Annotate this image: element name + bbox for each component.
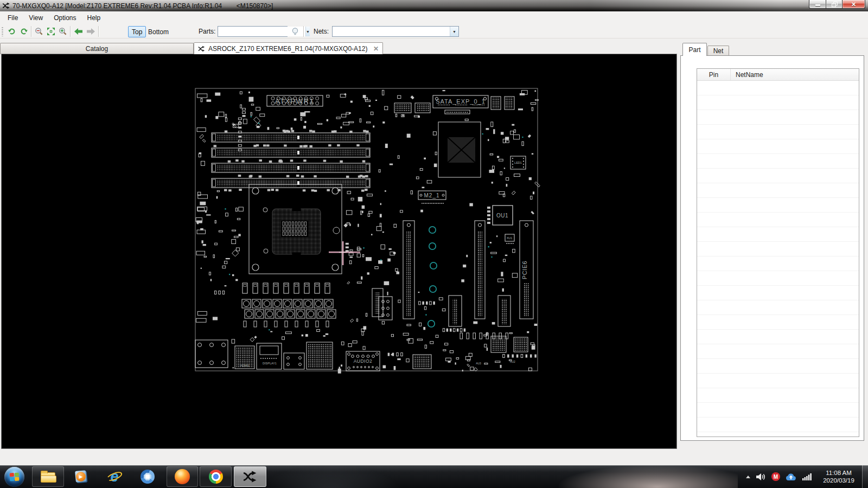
taskbar-chrome-button[interactable] [200,466,232,487]
svg-text:LED1: LED1 [514,161,522,164]
tab-close-icon[interactable]: ✕ [373,46,379,52]
zoom-fit-button[interactable] [46,26,56,37]
view-bottom-button[interactable]: Bottom [145,26,172,37]
rotate-cw-icon [20,27,28,36]
zoom-in-icon [59,27,67,36]
app-window: 70-MXGXQ0-A12 [Model:Z170 EXTREME6 Rev:R… [0,0,868,465]
tab-net[interactable]: Net [707,46,729,56]
tab-document-label: ASROCK_Z170 EXTREME6_R1.04(70-MXGXQ0-A12… [208,45,367,53]
cloud-icon [786,473,797,481]
cloud-sync-button[interactable] [786,473,797,481]
svg-text:ATXPWR1: ATXPWR1 [275,97,314,105]
parts-dropdown-arrow[interactable]: ▼ [305,27,310,36]
menu-file[interactable]: File [2,11,23,24]
table-row [697,198,859,213]
column-header-pin[interactable]: Pin [697,69,731,80]
table-header: Pin NetName [697,69,859,81]
toolbar: Top Bottom Parts: ▼ Nets: ▼ [0,24,868,38]
restore-icon [832,2,837,7]
firefox-icon [175,469,190,484]
parts-combobox: ▼ [218,26,288,37]
toolbar-grip[interactable] [1,27,4,36]
table-row [697,110,859,125]
table-row [697,227,859,242]
table-row [697,139,859,154]
system-tray: M 11:08 AM 2020/03/19 [743,465,868,488]
table-row [697,300,859,315]
nets-input[interactable] [333,27,450,36]
signal-bars-icon [802,473,813,480]
window-controls: ✕ [809,0,865,9]
column-header-netname[interactable]: NetName [731,69,859,80]
restore-button[interactable] [826,0,843,9]
taskbar-boardview-app-button[interactable] [234,466,266,487]
minimize-button[interactable] [809,0,826,9]
nets-dropdown-arrow[interactable]: ▼ [450,27,458,36]
nets-combobox: ▼ [332,26,459,37]
table-row [697,271,859,286]
taskbar-internet-explorer-button[interactable]: e [105,466,124,487]
volume-button[interactable] [756,472,766,481]
taskbar-clock[interactable]: 11:08 AM 2020/03/19 [819,469,859,484]
svg-text:M2_1: M2_1 [424,192,439,198]
svg-text:PCIE6: PCIE6 [521,261,528,279]
zoom-fit-icon [47,27,55,36]
parts-label: Parts: [199,26,215,37]
table-row [697,286,859,300]
back-button[interactable] [73,26,84,37]
explorer-folder-icon [41,472,55,483]
taskbar-highlight [0,465,868,466]
boardview-shuffle-icon [243,470,257,483]
start-button[interactable] [3,466,25,487]
app-shuffle-icon [2,2,10,9]
table-row [697,315,859,330]
taskbar-explorer-button[interactable] [32,466,64,487]
table-row [697,125,859,139]
start-orb-icon [4,467,24,487]
table-row [697,169,859,183]
mega-tray-button[interactable]: M [771,472,780,481]
caret-up-icon [746,476,750,478]
tab-catalog[interactable]: Catalog [0,43,194,54]
svg-text:AU3: AU3 [476,362,481,365]
minimize-icon [815,4,820,6]
tab-document[interactable]: ASROCK_Z170 EXTREME6_R1.04(70-MXGXQ0-A12… [194,42,383,54]
right-panel: Pin NetName [680,55,864,441]
board-canvas[interactable]: ATXPWR1SATA_EXP_0_1M2_1OU1XU1PCIE6LED1HD… [1,54,677,449]
hidden-icons-button[interactable] [746,476,750,478]
lightbulb-icon [291,27,299,36]
close-icon: ✕ [851,1,856,8]
table-row [697,403,859,418]
taskbar-media-player-button[interactable]: ▶ [72,466,90,487]
table-row [697,213,859,227]
menu-view[interactable]: View [23,11,48,24]
toolbar-separator [98,26,99,37]
menu-options[interactable]: Options [48,11,81,24]
close-button[interactable]: ✕ [843,0,865,9]
table-row [697,242,859,256]
menu-help[interactable]: Help [82,11,106,24]
svg-text:DISPLAY1: DISPLAY1 [263,362,277,365]
svg-text:AU2: AU2 [510,360,515,363]
forward-arrow-icon [86,28,95,35]
zoom-in-button[interactable] [58,26,68,37]
mega-icon: M [771,472,780,481]
table-row [697,183,859,198]
rotate-ccw-button[interactable] [7,26,17,37]
zoom-out-button[interactable] [34,26,44,37]
table-row [697,388,859,403]
forward-button[interactable] [85,26,96,37]
rotate-cw-button[interactable] [18,26,29,37]
toolbar-separator [31,26,31,37]
toolbar-separator [70,26,71,37]
show-desktop-button[interactable] [862,465,868,488]
document-shuffle-icon [198,46,205,52]
network-button[interactable] [802,473,813,480]
pin-net-table: Pin NetName [697,68,859,437]
taskbar-firefox-button[interactable] [167,466,198,487]
tab-part[interactable]: Part [682,43,707,56]
taskbar-chromium-button[interactable] [138,466,157,487]
table-row [697,344,859,359]
highlight-bulb-button[interactable] [290,26,301,37]
view-top-button[interactable]: Top [128,26,146,37]
